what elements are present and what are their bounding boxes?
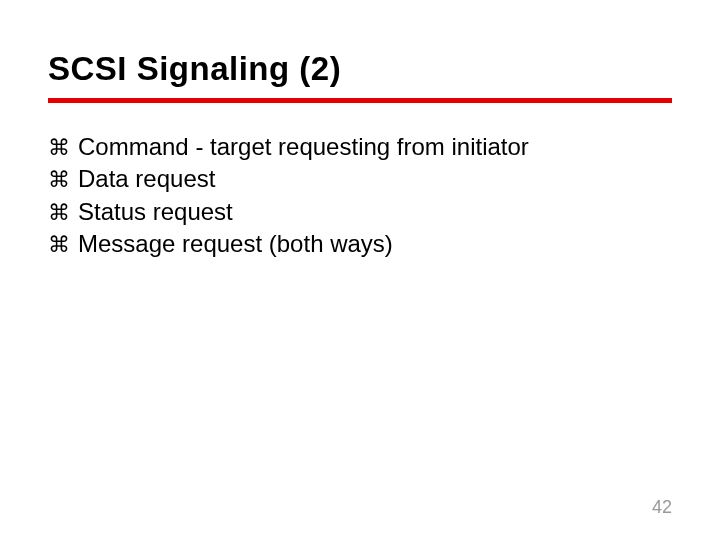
slide-title: SCSI Signaling (2) bbox=[48, 50, 672, 88]
list-item: ⌘ Message request (both ways) bbox=[48, 228, 672, 260]
bullet-icon: ⌘ bbox=[48, 133, 70, 163]
page-number: 42 bbox=[652, 497, 672, 518]
list-item: ⌘ Data request bbox=[48, 163, 672, 195]
title-underline bbox=[48, 98, 672, 103]
bullet-icon: ⌘ bbox=[48, 198, 70, 228]
list-item-text: Data request bbox=[78, 163, 215, 195]
slide: SCSI Signaling (2) ⌘ Command - target re… bbox=[0, 0, 720, 540]
bullet-list: ⌘ Command - target requesting from initi… bbox=[48, 131, 672, 261]
list-item-text: Message request (both ways) bbox=[78, 228, 393, 260]
bullet-icon: ⌘ bbox=[48, 230, 70, 260]
list-item-text: Status request bbox=[78, 196, 233, 228]
list-item: ⌘ Command - target requesting from initi… bbox=[48, 131, 672, 163]
list-item: ⌘ Status request bbox=[48, 196, 672, 228]
list-item-text: Command - target requesting from initiat… bbox=[78, 131, 529, 163]
bullet-icon: ⌘ bbox=[48, 165, 70, 195]
